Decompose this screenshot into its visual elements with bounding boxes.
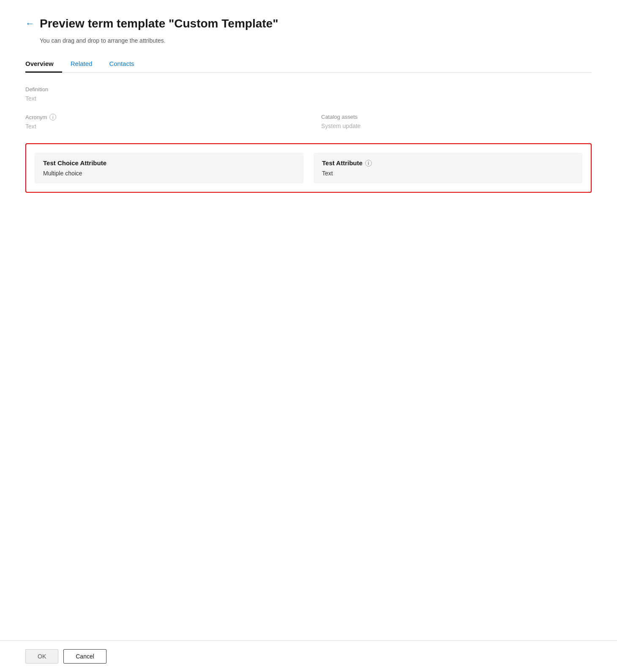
back-button[interactable]: ←	[25, 18, 35, 29]
page-title: Preview term template "Custom Template"	[40, 17, 278, 30]
tab-contacts[interactable]: Contacts	[101, 56, 142, 73]
ok-button[interactable]: OK	[25, 649, 58, 664]
definition-label: Definition	[25, 86, 592, 93]
footer: OK Cancel	[0, 640, 617, 672]
test-attribute-title: Test Attribute i	[322, 159, 574, 167]
tabs-row: Overview Related Contacts	[25, 56, 592, 73]
test-attribute-info-icon: i	[365, 160, 372, 167]
acronym-label: Acronym i	[25, 114, 296, 120]
test-attribute-card: Test Attribute i Text	[314, 153, 582, 183]
definition-value: Text	[25, 95, 592, 102]
highlighted-attributes-section: Test Choice Attribute Multiple choice Te…	[25, 143, 592, 193]
test-choice-attribute-card: Test Choice Attribute Multiple choice	[35, 153, 303, 183]
catalog-assets-value: System update	[321, 123, 592, 129]
subtitle-text: You can drag and drop to arrange the att…	[40, 37, 592, 44]
tab-related[interactable]: Related	[62, 56, 101, 73]
catalog-assets-field: Catalog assets System update	[321, 114, 592, 130]
tab-overview[interactable]: Overview	[25, 56, 62, 73]
definition-field: Definition Text	[25, 86, 592, 102]
acronym-field: Acronym i Text	[25, 114, 296, 130]
catalog-assets-label: Catalog assets	[321, 114, 592, 120]
test-attribute-value: Text	[322, 170, 574, 177]
attributes-grid: Test Choice Attribute Multiple choice Te…	[35, 153, 582, 183]
acronym-value: Text	[25, 123, 296, 130]
test-choice-attribute-value: Multiple choice	[43, 170, 295, 177]
cancel-button[interactable]: Cancel	[63, 649, 106, 664]
test-choice-attribute-title: Test Choice Attribute	[43, 159, 295, 167]
acronym-info-icon: i	[49, 114, 56, 120]
